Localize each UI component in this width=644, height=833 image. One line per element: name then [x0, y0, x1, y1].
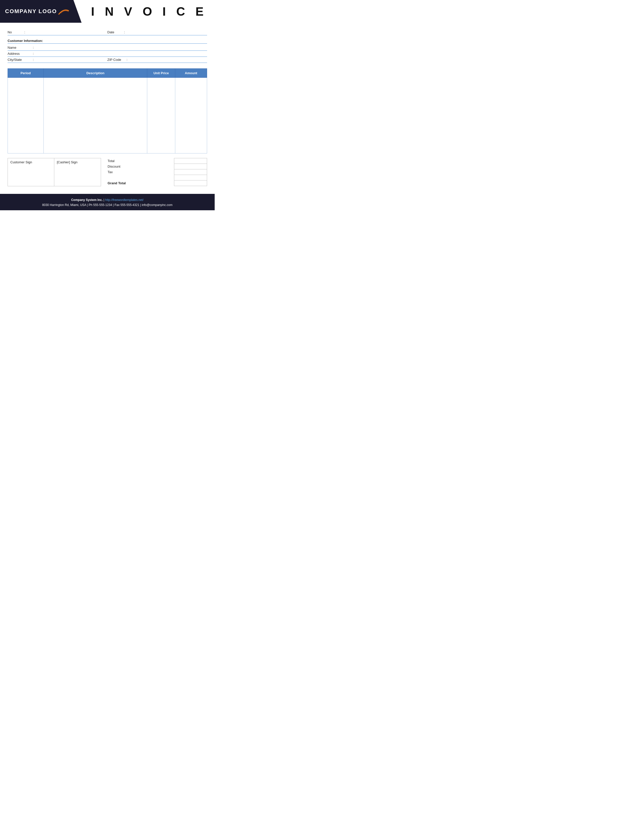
- footer-website-link[interactable]: http://freewordtemplates.net/: [105, 198, 143, 202]
- customer-section-title: Customer Information:: [8, 39, 207, 43]
- customer-address-row: Address :: [8, 51, 207, 57]
- footer-line2: 8030 Harrington Rd, Miami, USA | Ph 555-…: [3, 203, 212, 207]
- col-unit-price: Unit Price: [147, 69, 175, 78]
- date-label: Date: [107, 30, 122, 34]
- footer-company-name: Company System Inc.: [71, 198, 103, 202]
- col-period: Period: [8, 69, 44, 78]
- totals-table: Total Discount Tax: [106, 158, 207, 186]
- logo-area: COMPANY LOGO: [0, 0, 82, 23]
- cell-period: [8, 78, 44, 153]
- discount-value: [174, 164, 207, 169]
- tax-value: [174, 169, 207, 175]
- invoice-title-area: I N V O I C E: [82, 0, 215, 23]
- content-area: No : Date : Customer Information: Name :…: [0, 23, 215, 186]
- customer-sign-label: Customer Sign: [10, 160, 32, 164]
- signature-boxes: Customer Sign [Cashier] Sign: [8, 158, 101, 186]
- footer-line1: Company System Inc. | http://freewordtem…: [3, 198, 212, 203]
- company-logo-text: COMPANY LOGO: [5, 8, 57, 14]
- grand-total-label: Grand Total: [106, 180, 174, 186]
- cell-amount: [175, 78, 207, 153]
- bottom-section: Customer Sign [Cashier] Sign Total Disco…: [8, 158, 207, 186]
- tax-label: Tax: [106, 169, 174, 175]
- table-header-row: Period Description Unit Price Amount: [8, 69, 207, 78]
- citystate-colon: :: [33, 58, 34, 61]
- logo-arc-icon: [58, 8, 69, 14]
- address-label: Address: [8, 52, 33, 56]
- customer-name-row: Name :: [8, 45, 207, 51]
- extra-row: [106, 175, 207, 180]
- page-footer: Company System Inc. | http://freewordtem…: [0, 194, 215, 210]
- cell-description: [44, 78, 147, 153]
- discount-label: Discount: [106, 164, 174, 169]
- col-description: Description: [44, 69, 147, 78]
- date-colon: :: [124, 30, 125, 34]
- grand-total-value: [174, 180, 207, 186]
- grand-total-row: Grand Total: [106, 180, 207, 186]
- customer-citystate-row: City/State : ZIP Code :: [8, 57, 207, 63]
- meta-row: No : Date :: [8, 30, 207, 35]
- no-label: No: [8, 30, 23, 34]
- name-label: Name: [8, 46, 33, 50]
- no-colon: :: [24, 30, 25, 34]
- zip-label: ZIP Code: [107, 58, 125, 61]
- zip-group: ZIP Code :: [107, 58, 207, 61]
- totals-area: Total Discount Tax: [106, 158, 207, 186]
- table-row: [8, 78, 207, 153]
- address-colon: :: [33, 52, 34, 56]
- total-row: Total: [106, 158, 207, 164]
- customer-section: Customer Information: Name : Address : C…: [8, 39, 207, 63]
- name-colon: :: [33, 46, 34, 50]
- cell-unit-price: [147, 78, 175, 153]
- invoice-table: Period Description Unit Price Amount: [8, 68, 207, 153]
- cashier-sign-box: [Cashier] Sign: [54, 158, 101, 186]
- discount-row: Discount: [106, 164, 207, 169]
- date-field: Date :: [107, 30, 207, 34]
- tax-row: Tax: [106, 169, 207, 175]
- citystate-label: City/State: [8, 58, 33, 61]
- total-label: Total: [106, 158, 174, 164]
- col-amount: Amount: [175, 69, 207, 78]
- invoice-title: I N V O I C E: [91, 5, 207, 18]
- page-header: COMPANY LOGO I N V O I C E: [0, 0, 215, 23]
- total-value: [174, 158, 207, 164]
- zip-colon: :: [127, 58, 127, 61]
- extra-label: [106, 175, 174, 180]
- no-field: No :: [8, 30, 107, 34]
- customer-sign-box: Customer Sign: [8, 158, 54, 186]
- cashier-sign-label: [Cashier] Sign: [57, 160, 77, 164]
- extra-value: [174, 175, 207, 180]
